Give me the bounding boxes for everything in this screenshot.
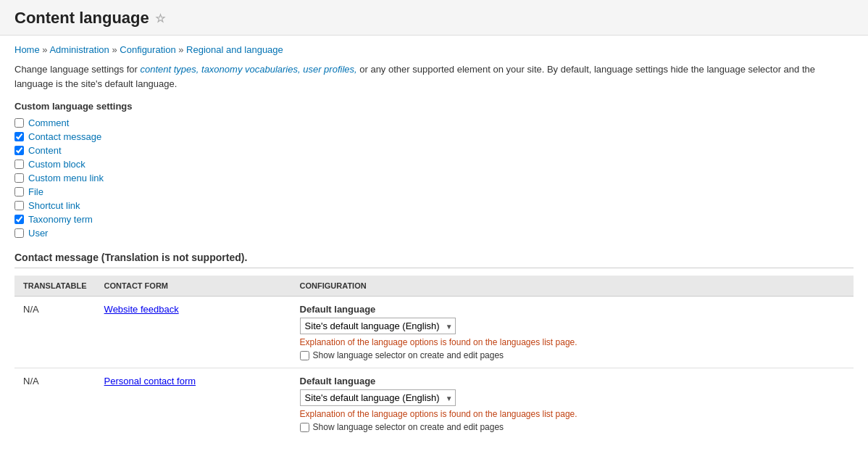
select-wrapper-2: Site's default language (English)English… bbox=[300, 389, 456, 406]
label-custom-block[interactable]: Custom block bbox=[28, 159, 85, 170]
personal-contact-form-link[interactable]: Personal contact form bbox=[104, 376, 196, 386]
table-row: N/A Personal contact form Default langua… bbox=[14, 368, 854, 440]
list-item-custom-block: Custom block bbox=[14, 159, 854, 170]
default-language-label-2: Default language bbox=[300, 376, 845, 386]
contact-form-cell-2: Personal contact form bbox=[96, 368, 291, 440]
list-item-contact-message: Contact message bbox=[14, 131, 854, 142]
table-row: N/A Website feedback Default language Si… bbox=[14, 297, 854, 368]
content-section: Content TRANSLATABLE CONTENT TYPE CONFIG… bbox=[14, 452, 854, 459]
checkbox-comment[interactable] bbox=[14, 118, 24, 128]
custom-language-settings-title: Custom language settings bbox=[14, 101, 854, 112]
label-taxonomy-term[interactable]: Taxonomy term bbox=[28, 214, 93, 225]
checkbox-file[interactable] bbox=[14, 187, 24, 197]
checkbox-shortcut-link[interactable] bbox=[14, 201, 24, 210]
list-item-file: File bbox=[14, 186, 854, 197]
breadcrumb: Home » Administration » Configuration » … bbox=[14, 44, 854, 55]
breadcrumb-regional-language[interactable]: Regional and language bbox=[186, 44, 283, 55]
page-title: Content language bbox=[14, 9, 149, 28]
show-language-selector-checkbox-1[interactable] bbox=[300, 351, 309, 360]
list-item-custom-menu-link: Custom menu link bbox=[14, 173, 854, 183]
th-configuration: CONFIGURATION bbox=[291, 276, 854, 297]
contact-message-section: Contact message (Translation is not supp… bbox=[14, 252, 854, 439]
config-cell-2: Default language Site's default language… bbox=[291, 368, 854, 440]
checkbox-taxonomy-term[interactable] bbox=[14, 215, 24, 224]
contact-form-cell-1: Website feedback bbox=[96, 297, 291, 368]
config-cell-1: Default language Site's default language… bbox=[291, 297, 854, 368]
config-block-2: Default language Site's default language… bbox=[300, 376, 845, 432]
default-language-select-1[interactable]: Site's default language (English)English… bbox=[300, 318, 456, 334]
page-description: Change language settings for content typ… bbox=[14, 62, 854, 91]
label-shortcut-link[interactable]: Shortcut link bbox=[28, 200, 80, 211]
custom-language-settings-list: Comment Contact message Content Custom b… bbox=[14, 117, 854, 239]
contact-message-section-title: Contact message (Translation is not supp… bbox=[14, 252, 854, 268]
breadcrumb-configuration[interactable]: Configuration bbox=[120, 44, 175, 55]
th-contact-form: CONTACT FORM bbox=[96, 276, 291, 297]
show-language-selector-1: Show language selector on create and edi… bbox=[300, 350, 845, 360]
list-item-user: User bbox=[14, 228, 854, 239]
show-language-selector-label-2[interactable]: Show language selector on create and edi… bbox=[313, 422, 504, 432]
show-language-selector-label-1[interactable]: Show language selector on create and edi… bbox=[313, 350, 504, 360]
explanation-link-1: Explanation of the language options is f… bbox=[300, 337, 845, 347]
checkbox-custom-block[interactable] bbox=[14, 160, 24, 169]
breadcrumb-administration[interactable]: Administration bbox=[49, 44, 109, 55]
label-user[interactable]: User bbox=[28, 228, 48, 239]
label-custom-menu-link[interactable]: Custom menu link bbox=[28, 173, 104, 183]
table-header-row: TRANSLATABLE CONTACT FORM CONFIGURATION bbox=[14, 276, 854, 297]
translatable-cell-1: N/A bbox=[14, 297, 96, 368]
show-language-selector-checkbox-2[interactable] bbox=[300, 423, 309, 432]
contact-message-table: TRANSLATABLE CONTACT FORM CONFIGURATION … bbox=[14, 276, 854, 439]
label-comment[interactable]: Comment bbox=[28, 117, 69, 128]
default-language-label-1: Default language bbox=[300, 304, 845, 315]
website-feedback-link[interactable]: Website feedback bbox=[104, 304, 179, 315]
checkbox-custom-menu-link[interactable] bbox=[14, 173, 24, 183]
translatable-cell-2: N/A bbox=[14, 368, 96, 440]
label-contact-message[interactable]: Contact message bbox=[28, 131, 101, 142]
languages-list-link-2[interactable]: languages list page bbox=[500, 409, 575, 419]
list-item-content: Content bbox=[14, 145, 854, 156]
languages-list-link-1[interactable]: languages list page bbox=[500, 337, 575, 347]
checkbox-user[interactable] bbox=[14, 228, 24, 238]
config-block-1: Default language Site's default language… bbox=[300, 304, 845, 360]
star-icon[interactable]: ☆ bbox=[155, 12, 165, 25]
th-translatable: TRANSLATABLE bbox=[14, 276, 96, 297]
checkbox-contact-message[interactable] bbox=[14, 132, 24, 141]
explanation-link-2: Explanation of the language options is f… bbox=[300, 409, 845, 419]
label-content[interactable]: Content bbox=[28, 145, 62, 156]
list-item-comment: Comment bbox=[14, 117, 854, 128]
content-section-title: Content bbox=[14, 452, 854, 459]
select-wrapper-1: Site's default language (English)English… bbox=[300, 318, 456, 334]
checkbox-content[interactable] bbox=[14, 146, 24, 155]
breadcrumb-home[interactable]: Home bbox=[14, 44, 40, 55]
default-language-select-2[interactable]: Site's default language (English)English… bbox=[300, 389, 456, 406]
label-file[interactable]: File bbox=[28, 186, 43, 197]
show-language-selector-2: Show language selector on create and edi… bbox=[300, 422, 845, 432]
list-item-taxonomy-term: Taxonomy term bbox=[14, 214, 854, 225]
list-item-shortcut-link: Shortcut link bbox=[14, 200, 854, 211]
